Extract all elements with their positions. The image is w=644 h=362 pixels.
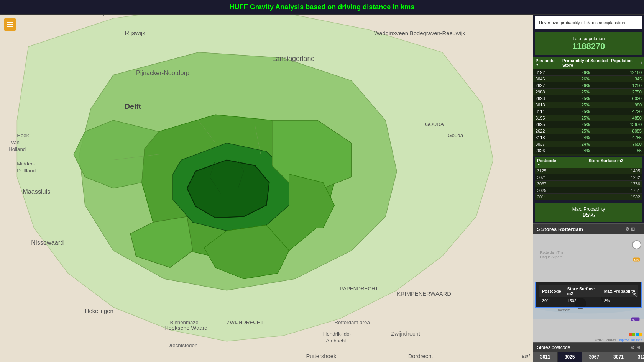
total-pop-value: 1188270 bbox=[539, 41, 639, 51]
hamburger-menu[interactable] bbox=[4, 18, 16, 31]
postcode-button-3067[interactable]: 3067 bbox=[582, 352, 606, 362]
postcode-button-3025[interactable]: 3025 bbox=[558, 352, 582, 362]
store-table-cell: 3025 bbox=[537, 188, 589, 193]
store-table-cell: 3067 bbox=[537, 182, 589, 186]
svg-text:Hendrik-Ido-: Hendrik-Ido- bbox=[323, 331, 351, 337]
table-cell: 3037 bbox=[533, 141, 569, 147]
grid-icon[interactable]: ⊞ bbox=[631, 226, 635, 232]
store-table-cell: 3125 bbox=[537, 169, 589, 173]
svg-text:Ambacht: Ambacht bbox=[326, 338, 346, 344]
postcode-button-3125[interactable]: 3125 bbox=[631, 352, 644, 362]
bottom-map-header: 5 Stores Rotterdam ⚙ ⊞ ··· bbox=[533, 224, 644, 234]
stores-postcode-header: Stores postcode ⚙ ⊞ bbox=[533, 343, 644, 352]
table-row: 311125%4720 bbox=[533, 108, 644, 115]
max-prob-value: 95% bbox=[538, 212, 639, 219]
table-cell: 4850 bbox=[602, 115, 644, 121]
table-cell: 24% bbox=[569, 154, 602, 156]
table-header: Postcode▼ Probability of Selected Store … bbox=[533, 57, 644, 69]
table-cell: 4720 bbox=[602, 108, 644, 115]
svg-text:N210: N210 bbox=[632, 319, 638, 321]
table-cell: 13670 bbox=[602, 121, 644, 128]
svg-text:Binnenmaze: Binnenmaze bbox=[170, 319, 199, 325]
table-cell: 25% bbox=[569, 89, 602, 95]
max-probability-box: Max. Probability 95% bbox=[535, 203, 642, 222]
table-row: 262325%6020 bbox=[533, 95, 644, 102]
more-icon[interactable]: ··· bbox=[636, 226, 640, 232]
svg-text:Rotterdam The: Rotterdam The bbox=[540, 251, 564, 254]
svg-text:Delfland: Delfland bbox=[17, 168, 36, 174]
svg-text:Delft: Delft bbox=[125, 102, 141, 110]
table-cell: 2625 bbox=[533, 121, 569, 128]
svg-text:PAPENDRECHT: PAPENDRECHT bbox=[340, 286, 378, 292]
probability-table: Postcode▼ Probability of Selected Store … bbox=[533, 57, 644, 156]
table-cell: 26% bbox=[569, 69, 602, 76]
table-cell: 26% bbox=[569, 82, 602, 89]
table-row: 304626%345 bbox=[533, 76, 644, 82]
esri-text: esri bbox=[522, 353, 530, 359]
bottom-map[interactable]: Rotterdam Rotterdam The Hague Airport me… bbox=[533, 234, 644, 342]
svg-text:Waddinxveen Bodegraven-Reeuwij: Waddinxveen Bodegraven-Reeuwijk bbox=[374, 30, 465, 36]
table-cell: 55 bbox=[602, 147, 644, 154]
table-cell: 6020 bbox=[602, 95, 644, 102]
svg-text:Holland: Holland bbox=[8, 146, 26, 152]
table-row: 301325%980 bbox=[533, 102, 644, 108]
postcode-button-3011[interactable]: 3011 bbox=[533, 352, 558, 362]
table-row: 262624%55 bbox=[533, 147, 644, 154]
table-cell: 8085 bbox=[602, 128, 644, 134]
store-marker-1[interactable] bbox=[632, 240, 641, 249]
table-cell: 2623 bbox=[533, 95, 569, 102]
store-table-cell: 3011 bbox=[537, 195, 589, 199]
postcode-buttons: 30113025306730713125 bbox=[533, 352, 644, 362]
table-row: 303824%7920 bbox=[533, 154, 644, 156]
table-cell: 3046 bbox=[533, 76, 569, 82]
table-cell: 2626 bbox=[533, 147, 569, 154]
table-row: 311824%4785 bbox=[533, 134, 644, 141]
svg-text:Hoek: Hoek bbox=[17, 133, 29, 138]
svg-text:Hoeksche Waard: Hoeksche Waard bbox=[164, 325, 208, 331]
svg-text:Gouda: Gouda bbox=[448, 133, 463, 138]
table-cell: 25% bbox=[569, 115, 602, 121]
table-cell: 25% bbox=[569, 128, 602, 134]
store-table-row: 31251405 bbox=[535, 168, 642, 174]
improve-map-link[interactable]: Improve this map bbox=[619, 338, 642, 342]
table-cell: 2988 bbox=[533, 89, 569, 95]
svg-text:medam: medam bbox=[558, 308, 571, 312]
table-row: 262726%1250 bbox=[533, 82, 644, 89]
table-cell: 7920 bbox=[602, 154, 644, 156]
filter-icon[interactable]: ⚙ bbox=[625, 226, 629, 232]
col-postcode: Postcode▼ bbox=[536, 58, 562, 67]
tooltip-surface: 1502 bbox=[564, 297, 601, 305]
table-row: 298825%2750 bbox=[533, 89, 644, 95]
total-pop-label: Total population bbox=[539, 36, 639, 41]
store-table-header: Postcode▼ Store Surface m2 bbox=[535, 157, 642, 168]
table-cell: 12160 bbox=[602, 69, 644, 76]
table-cell: 3111 bbox=[533, 108, 569, 115]
store-table-cell: 1751 bbox=[589, 188, 641, 193]
tooltip-col-postcode: Postcode bbox=[539, 285, 564, 297]
hover-info-text: Hover over probability of % to see expla… bbox=[539, 20, 625, 25]
table-row: 303724%7680 bbox=[533, 141, 644, 147]
table-cell: 2622 bbox=[533, 128, 569, 134]
table-cell: 980 bbox=[602, 102, 644, 108]
store-table-row: 30111502 bbox=[535, 194, 642, 200]
store-table-cell: 1736 bbox=[589, 182, 641, 186]
tomtom-copyright: ©2020 TomTom Improve this map bbox=[595, 338, 642, 342]
table-scroll[interactable]: 319226%12160304626%345262726%1250298825%… bbox=[533, 69, 644, 156]
table-cell: 25% bbox=[569, 95, 602, 102]
svg-text:ZWIJNDRECHT: ZWIJNDRECHT bbox=[227, 319, 263, 325]
table-cell: 7680 bbox=[602, 141, 644, 147]
main-map[interactable]: Den Haag (area) Zoetermeer Rijswijk Pijn… bbox=[0, 15, 533, 362]
bottom-map-title: 5 Stores Rotterdam bbox=[537, 226, 583, 232]
store-table-cell: 1502 bbox=[589, 195, 641, 199]
svg-text:Rotterdam area: Rotterdam area bbox=[334, 319, 370, 325]
title-text: HUFF Gravity Analysis based on driving d… bbox=[230, 3, 414, 11]
store-table-row: 30671736 bbox=[535, 181, 642, 187]
postcode-grid-icon[interactable]: ⊞ bbox=[636, 345, 640, 350]
map-tooltip: Postcode Store Surface m2 Max.Probabilit… bbox=[535, 282, 642, 308]
svg-text:Pijnacker-Nootdorp: Pijnacker-Nootdorp bbox=[136, 69, 189, 76]
postcode-button-3071[interactable]: 3071 bbox=[606, 352, 631, 362]
store-col-postcode: Postcode▼ bbox=[537, 158, 589, 167]
store-table-cell: 3071 bbox=[537, 175, 589, 180]
table-row: 319226%12160 bbox=[533, 69, 644, 76]
postcode-filter-icon[interactable]: ⚙ bbox=[631, 345, 635, 350]
